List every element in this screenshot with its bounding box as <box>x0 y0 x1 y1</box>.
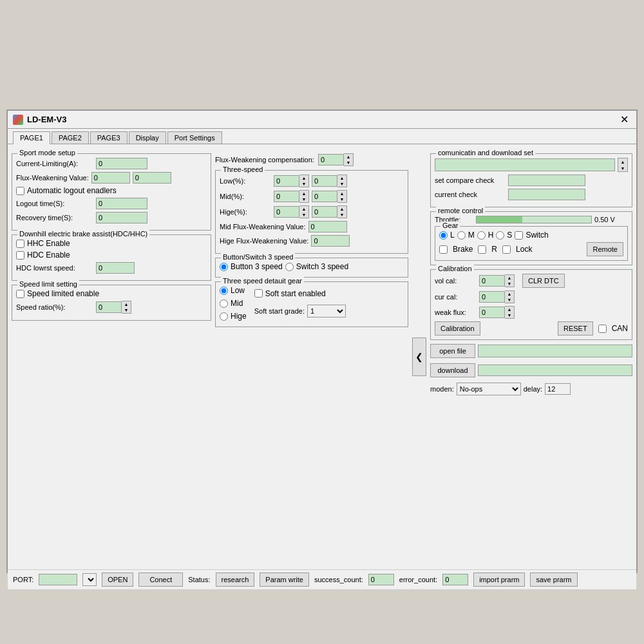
gear-L-radio[interactable] <box>439 231 448 240</box>
reset-button[interactable]: RESET <box>558 321 593 336</box>
port-dropdown[interactable] <box>82 573 97 586</box>
close-button[interactable]: ✕ <box>618 113 631 126</box>
gear-S-radio[interactable] <box>496 231 504 240</box>
mid-flux-input[interactable]: 0 <box>308 221 347 232</box>
save-button[interactable]: save prarm <box>530 573 577 587</box>
auto-logout-checkbox[interactable] <box>16 187 24 195</box>
mid-down2[interactable]: ▼ <box>337 196 346 202</box>
low-input1[interactable]: 0 <box>274 175 299 187</box>
hige-input1[interactable]: 0 <box>274 206 299 218</box>
comm-up[interactable]: ▲ <box>618 158 627 165</box>
research-button[interactable]: research <box>216 573 255 587</box>
r-checkbox[interactable] <box>478 245 486 254</box>
mid-up2[interactable]: ▲ <box>337 191 346 196</box>
flux-comp-input[interactable]: 0 <box>318 154 344 166</box>
recovery-time-input[interactable]: 0 <box>96 212 147 223</box>
hige-down2[interactable]: ▼ <box>337 212 346 218</box>
vol-cal-up[interactable]: ▲ <box>505 275 514 281</box>
soft-start-grade-select[interactable]: 1 <box>307 305 346 317</box>
lock-checkbox[interactable] <box>502 245 511 254</box>
remote-control-label: remote control <box>436 207 485 214</box>
import-button[interactable]: import prarm <box>473 573 525 587</box>
remote-button[interactable]: Remote <box>587 242 623 256</box>
mid-down1[interactable]: ▼ <box>299 196 308 202</box>
gear-M-radio[interactable] <box>457 231 466 240</box>
delay-input[interactable]: 12 <box>545 383 571 395</box>
vol-cal-input[interactable]: 0 <box>479 275 505 287</box>
soft-start-checkbox[interactable] <box>254 289 263 298</box>
flux-comp-down[interactable]: ▼ <box>344 160 353 166</box>
hige-up1[interactable]: ▲ <box>299 206 308 212</box>
gear-hige-radio[interactable] <box>220 312 228 321</box>
tab-display[interactable]: Display <box>129 131 166 144</box>
hdc-checkbox[interactable] <box>16 251 24 260</box>
speed-limited-checkbox[interactable] <box>16 290 24 298</box>
low-down1[interactable]: ▼ <box>299 181 308 187</box>
flux-weakening-input2[interactable]: 0 <box>133 172 171 184</box>
open-file-button[interactable]: open file <box>430 344 475 358</box>
moden-select[interactable]: No-ops <box>457 383 521 395</box>
cur-cal-down[interactable]: ▼ <box>505 297 514 303</box>
low-up1[interactable]: ▲ <box>299 175 308 181</box>
chevron-button[interactable]: ❮ <box>412 337 426 376</box>
low-input2[interactable]: 0 <box>312 175 337 187</box>
gear-H-radio[interactable] <box>477 231 486 240</box>
speed-ratio-down[interactable]: ▼ <box>122 307 131 313</box>
flux-comp-up[interactable]: ▲ <box>344 154 353 160</box>
vol-cal-label: vol cal: <box>435 277 477 285</box>
tab-page3[interactable]: PAGE3 <box>90 131 128 144</box>
comm-down[interactable]: ▼ <box>618 165 627 171</box>
low-down2[interactable]: ▼ <box>337 181 346 187</box>
app-icon <box>13 115 23 125</box>
comm-main-input[interactable] <box>435 158 615 171</box>
hdc-lowest-input[interactable]: 0 <box>96 262 135 274</box>
error-count-input[interactable]: 0 <box>442 574 468 585</box>
tab-page1[interactable]: PAGE1 <box>13 131 50 144</box>
vol-cal-down[interactable]: ▼ <box>505 281 514 287</box>
tab-page2[interactable]: PAGE2 <box>52 131 89 144</box>
weak-flux-label: weak flux: <box>435 308 477 316</box>
button3-radio[interactable] <box>220 263 228 271</box>
brake-checkbox[interactable] <box>439 245 448 254</box>
current-limiting-input[interactable]: 0 <box>96 158 147 169</box>
weak-flux-up[interactable]: ▲ <box>505 307 514 312</box>
logout-time-input[interactable]: 0 <box>96 198 147 209</box>
current-check-input[interactable] <box>508 189 585 200</box>
port-label: PORT: <box>13 576 33 583</box>
calibration-button[interactable]: Calibration <box>435 321 480 336</box>
hhc-label: HHC Enable <box>27 239 70 248</box>
hige-up2[interactable]: ▲ <box>337 206 346 212</box>
tab-port-settings[interactable]: Port Settings <box>167 131 222 144</box>
weak-flux-input[interactable]: 0 <box>479 307 505 318</box>
gear-mid-radio[interactable] <box>220 299 228 308</box>
hhc-checkbox[interactable] <box>16 240 24 248</box>
open-file-input[interactable] <box>478 345 632 357</box>
hige-flux-input[interactable]: 0 <box>311 235 350 247</box>
param-write-button[interactable]: Param write <box>260 573 309 587</box>
downhill-group: Downhill electric brake assist(HDC/HHC) … <box>12 234 211 281</box>
hige-input2[interactable]: 0 <box>312 206 337 218</box>
flux-weakening-input1[interactable]: 0 <box>91 172 130 184</box>
switch3-radio[interactable] <box>285 263 294 271</box>
success-count-input[interactable]: 0 <box>368 574 394 585</box>
hige-down1[interactable]: ▼ <box>299 212 308 218</box>
can-checkbox[interactable] <box>598 325 607 333</box>
mid-up1[interactable]: ▲ <box>299 191 308 196</box>
set-compare-input[interactable] <box>508 175 585 186</box>
speed-limit-group: Speed limit setting Speed limited enable… <box>12 285 211 321</box>
cur-cal-input[interactable]: 0 <box>479 291 505 303</box>
clr-dtc-button[interactable]: CLR DTC <box>522 274 565 288</box>
port-input[interactable] <box>39 574 77 585</box>
cur-cal-up[interactable]: ▲ <box>505 291 514 297</box>
gear-low-radio[interactable] <box>220 287 228 295</box>
low-up2[interactable]: ▲ <box>337 175 346 181</box>
open-button[interactable]: OPEN <box>102 573 133 587</box>
download-button[interactable]: download <box>430 363 475 377</box>
speed-ratio-up[interactable]: ▲ <box>122 301 131 307</box>
speed-ratio-input[interactable]: 0 <box>96 301 122 313</box>
weak-flux-down[interactable]: ▼ <box>505 312 514 318</box>
connect-button[interactable]: Conect <box>138 573 183 587</box>
mid-input1[interactable]: 0 <box>274 191 299 202</box>
switch-checkbox[interactable] <box>515 231 523 240</box>
mid-input2[interactable]: 0 <box>312 191 337 202</box>
